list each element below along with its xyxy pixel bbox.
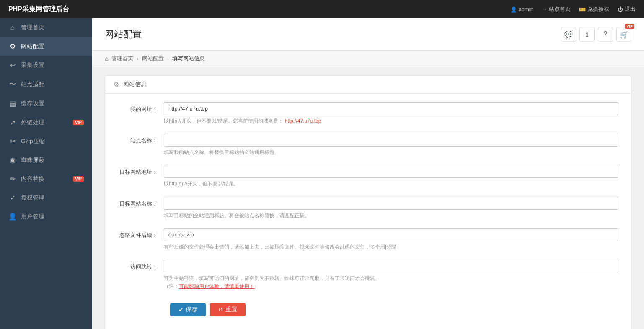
hint-redirect: 可为主站引流，填写可访问的网址，留空则为不跳转。蜘蛛可正常爬取，只有正常访问才会…: [164, 275, 618, 290]
content-area: ⚙ 网站信息 我的网址： 以http://开头，但不要以/结尾。您当前使用的域名…: [92, 67, 644, 329]
chat-icon: 💬: [564, 31, 573, 39]
label-site-name: 站点名称：: [118, 134, 164, 144]
top-nav: 👤 admin → 站点首页 🎫 兑换授权 ⏻ 退出: [510, 5, 636, 13]
sidebar-label-spider: 蜘蛛屏蔽: [21, 157, 44, 164]
help-button[interactable]: ?: [598, 27, 613, 42]
cart-vip-badge: VIP: [625, 24, 634, 29]
content-target-url: 以http(s)://开头，但不要以/结尾。: [164, 165, 618, 188]
auth-exchange-link[interactable]: 🎫 兑换授权: [579, 5, 609, 13]
reset-icon: ↺: [218, 306, 223, 313]
form-group-site-name: 站点名称： 填写我的站点名称。将替换目标站的全站通用标题。: [118, 134, 618, 157]
breadcrumb-home-icon: ⌂: [105, 55, 108, 62]
info-button[interactable]: ℹ: [579, 27, 595, 42]
sidebar-label-user: 用户管理: [21, 213, 44, 221]
form-buttons: ✔ 保存 ↺ 重置: [118, 299, 618, 325]
adapt-icon: 〜: [8, 80, 17, 89]
site-home-link[interactable]: → 站点首页: [542, 5, 571, 13]
content-my-url: 以http://开头，但不要以/结尾。您当前使用的域名是： http://47.…: [164, 102, 618, 125]
external-icon: ↗: [8, 118, 17, 126]
sidebar-item-collect-settings[interactable]: ↩ 采集设置: [0, 56, 92, 75]
input-ignore-ext[interactable]: [164, 228, 618, 241]
form-group-my-url: 我的网址： 以http://开头，但不要以/结尾。您当前使用的域名是： http…: [118, 102, 618, 125]
sidebar-label-replace: 内容替换: [21, 175, 44, 183]
chat-button[interactable]: 💬: [561, 27, 576, 42]
sidebar-item-gzip[interactable]: ✂ Gzip压缩: [0, 132, 92, 151]
label-ignore-ext: 忽略文件后缀：: [118, 228, 164, 239]
hint-site-name: 填写我的站点名称。将替换目标站的全站通用标题。: [164, 149, 618, 157]
breadcrumb-current: 填写网站信息: [172, 55, 205, 62]
hint-warn-link[interactable]: 可能影响用户体验，请慎重使用！: [179, 283, 254, 289]
form-group-ignore-ext: 忽略文件后缀： 有些后缀的文件处理会出错的，请添加上去，比如压缩文件、视频文件等…: [118, 228, 618, 251]
sidebar-item-content-replace[interactable]: ✏ 内容替换 VIP: [0, 170, 92, 188]
home-arrow-icon: →: [542, 6, 547, 13]
vip-badge-replace: VIP: [73, 176, 84, 182]
sidebar-item-site-adapt[interactable]: 〜 站点适配: [0, 75, 92, 94]
label-target-url: 目标网站地址：: [118, 165, 164, 176]
card-title: 网站信息: [123, 81, 147, 88]
sidebar-item-auth-manage[interactable]: ✓ 授权管理: [0, 188, 92, 207]
power-icon: ⏻: [618, 6, 623, 13]
content-target-name: 填写目标站的全站通用标题。将会被站点名称替换，请匹配正确。: [164, 197, 618, 220]
sidebar-item-spider-shield[interactable]: ◉ 蜘蛛屏蔽: [0, 151, 92, 170]
breadcrumb: ⌂ 管理首页 › 网站配置 › 填写网站信息: [92, 51, 644, 67]
input-my-url[interactable]: [164, 102, 618, 115]
form-group-target-name: 目标网站名称： 填写目标站的全站通用标题。将会被站点名称替换，请匹配正确。: [118, 197, 618, 220]
cart-button[interactable]: VIP 🛒: [616, 27, 631, 42]
breadcrumb-sep2: ›: [167, 56, 169, 62]
hint-target-name: 填写目标站的全站通用标题。将会被站点名称替换，请匹配正确。: [164, 212, 618, 220]
sidebar-item-external-links[interactable]: ↗ 外链处理 VIP: [0, 113, 92, 132]
gear-icon: ⚙: [8, 42, 17, 50]
cache-icon: ▤: [8, 100, 17, 108]
logout-link[interactable]: ⏻ 退出: [618, 5, 636, 13]
sidebar-label-cache: 缓存设置: [21, 100, 44, 108]
breadcrumb-section-link[interactable]: 网站配置: [142, 55, 164, 62]
cart-icon: 🛒: [620, 31, 628, 39]
hint-target-url: 以http(s)://开头，但不要以/结尾。: [164, 180, 618, 188]
save-button[interactable]: ✔ 保存: [170, 303, 206, 316]
spider-icon: ◉: [8, 156, 17, 164]
collect-icon: ↩: [8, 61, 17, 69]
input-target-name[interactable]: [164, 197, 618, 210]
hint-ignore-ext: 有些后缀的文件处理会出错的，请添加上去，比如压缩文件、视频文件等修改会乱码的文件…: [164, 243, 618, 251]
app-brand: PHP采集网管理后台: [8, 5, 69, 14]
sidebar-label-adapt: 站点适配: [21, 81, 44, 88]
form-group-target-url: 目标网站地址： 以http(s)://开头，但不要以/结尾。: [118, 165, 618, 188]
hint-my-url: 以http://开头，但不要以/结尾。您当前使用的域名是： http://47.…: [164, 117, 618, 125]
sidebar-item-user-manage[interactable]: 👤 用户管理: [0, 207, 92, 226]
replace-icon: ✏: [8, 175, 17, 183]
content-redirect: 可为主站引流，填写可访问的网址，留空则为不跳转。蜘蛛可正常爬取，只有正常访问才会…: [164, 260, 618, 290]
main-content: 网站配置 💬 ℹ ? VIP 🛒 ⌂ 管理首页 ›: [92, 18, 644, 329]
sidebar-item-cache-settings[interactable]: ▤ 缓存设置: [0, 94, 92, 113]
input-target-url[interactable]: [164, 165, 618, 178]
content-ignore-ext: 有些后缀的文件处理会出错的，请添加上去，比如压缩文件、视频文件等修改会乱码的文件…: [164, 228, 618, 251]
label-target-name: 目标网站名称：: [118, 197, 164, 208]
home-icon: ⌂: [8, 24, 17, 31]
sidebar-label-site-config: 网站配置: [21, 43, 44, 50]
card-gear-icon: ⚙: [114, 81, 119, 88]
input-site-name[interactable]: [164, 134, 618, 147]
ticket-icon: 🎫: [579, 6, 586, 13]
vip-badge-external: VIP: [73, 120, 84, 125]
site-info-card: ⚙ 网站信息 我的网址： 以http://开头，但不要以/结尾。您当前使用的域名…: [105, 75, 631, 329]
question-icon: ?: [604, 31, 608, 38]
sidebar-item-dashboard[interactable]: ⌂ 管理首页: [0, 18, 92, 37]
input-redirect[interactable]: [164, 260, 618, 272]
page-header: 网站配置 💬 ℹ ? VIP 🛒: [92, 18, 644, 51]
save-icon: ✔: [178, 306, 184, 313]
content-site-name: 填写我的站点名称。将替换目标站的全站通用标题。: [164, 134, 618, 157]
label-redirect: 访问跳转：: [118, 260, 164, 270]
sidebar-item-site-config[interactable]: ⚙ 网站配置: [0, 37, 92, 56]
page-title: 网站配置: [105, 28, 142, 41]
sidebar-label-dashboard: 管理首页: [21, 24, 44, 31]
sidebar: ⌂ 管理首页 ⚙ 网站配置 ↩ 采集设置 〜 站点适配 ▤ 缓存设置 ↗ 外链处…: [0, 18, 92, 329]
admin-user-link[interactable]: 👤 admin: [510, 6, 533, 13]
form-group-redirect: 访问跳转： 可为主站引流，填写可访问的网址，留空则为不跳转。蜘蛛可正常爬取，只有…: [118, 260, 618, 290]
sidebar-label-collect: 采集设置: [21, 62, 44, 69]
hint-my-url-link[interactable]: http://47.u7u.top: [285, 118, 321, 124]
auth-icon: ✓: [8, 194, 17, 202]
top-header: PHP采集网管理后台 👤 admin → 站点首页 🎫 兑换授权 ⏻ 退出: [0, 0, 644, 18]
reset-button[interactable]: ↺ 重置: [210, 303, 246, 316]
label-my-url: 我的网址：: [118, 102, 164, 113]
gzip-icon: ✂: [8, 137, 17, 145]
breadcrumb-home-link[interactable]: 管理首页: [111, 55, 133, 62]
